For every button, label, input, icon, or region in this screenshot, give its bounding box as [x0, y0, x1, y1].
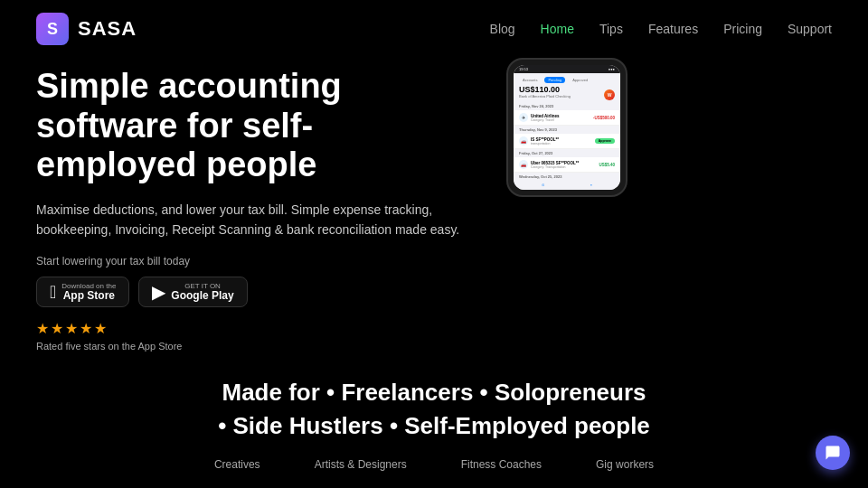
tx2-icon: 🚗 [519, 136, 528, 145]
google-bottom: Google Play [171, 290, 233, 301]
phone-date-4: Wednesday, Oct 25, 2023 [514, 173, 620, 181]
phone-mockup: 19:53 ●●● Accounts Pending Approved US$1… [506, 58, 633, 197]
phone-date-1: Friday, Nov 24, 2023 [514, 102, 620, 110]
tx1-icon: ✈ [519, 113, 528, 122]
tab-approved[interactable]: Approved [569, 77, 591, 83]
phone-screen: 19:53 ●●● Accounts Pending Approved US$1… [514, 65, 620, 190]
nav-item-support[interactable]: Support [788, 21, 832, 37]
made-for-line2: • Side Hustlers • Self-Employed people [36, 412, 832, 440]
stars: ★ ★ ★ ★ ★ [36, 320, 470, 337]
nav-item-blog[interactable]: Blog [490, 21, 515, 37]
cat-creatives: Creatives [214, 458, 260, 471]
nav-item-tips[interactable]: Tips [599, 21, 623, 37]
apple-icon:  [50, 283, 56, 301]
phone-bank: Bank of America Plaid Checking [519, 94, 615, 99]
phone-avatar: W [604, 89, 615, 100]
logo-icon: S [36, 13, 69, 45]
phone-date-2: Thursday, Nov 9, 2023 [514, 126, 620, 134]
phone-date-3: Friday, Oct 27, 2023 [514, 149, 620, 157]
phone-bottom-bar: ⊙ ≡ [514, 181, 620, 190]
nav-item-features[interactable]: Features [648, 21, 698, 37]
tx1-amount: -US$500.00 [593, 116, 615, 120]
tab-pending[interactable]: Pending [544, 77, 565, 83]
cat-fitness: Fitness Coaches [461, 458, 542, 471]
hero-section: Simple accounting software for self-empl… [0, 58, 868, 352]
tab-accounts[interactable]: Accounts [519, 77, 541, 83]
made-for-line1: Made for • Freelancers • Solopreneurs [36, 379, 832, 407]
phone-status-bar: 19:53 ●●● [514, 65, 620, 73]
tx3-amount: US$5.40 [599, 163, 615, 167]
hero-subtitle: Maximise deductions, and lower your tax … [36, 200, 470, 240]
logo[interactable]: S SASA [36, 13, 137, 45]
approve-button[interactable]: Approve [595, 138, 615, 144]
chat-button[interactable] [816, 436, 850, 470]
phone-tabs: Accounts Pending Approved [519, 77, 615, 83]
chat-icon [825, 445, 841, 461]
app-store-button[interactable]:  Download on the App Store [36, 277, 129, 307]
hero-title: Simple accounting software for self-empl… [36, 67, 470, 185]
start-label: Start lowering your tax bill today [36, 255, 470, 267]
tx1-cat: Category: Travel [531, 118, 590, 122]
phone-time: 19:53 [519, 67, 528, 71]
navbar: S SASA Blog Home Tips Features Pricing S… [0, 0, 868, 58]
phone-nav-home[interactable]: ⊙ [542, 183, 544, 187]
store-buttons:  Download on the App Store ▶ GET IT ON … [36, 277, 470, 307]
tx3-icon: 🚗 [519, 160, 528, 169]
bottom-section: Made for • Freelancers • Solopreneurs • … [0, 379, 868, 480]
nav-item-home[interactable]: Home [541, 21, 574, 37]
phone-tx-1: ✈ United Airlines Category: Travel -US$5… [514, 110, 620, 126]
tx2-cat: transportation [531, 142, 592, 145]
hero-left: Simple accounting software for self-empl… [36, 67, 470, 352]
cat-gig: Gig workers [596, 458, 654, 471]
cat-artists: Artists & Designers [315, 458, 407, 471]
phone-tx-2: 🚗 IS SF**POOL** transportation Approve [514, 134, 620, 149]
phone-outer: 19:53 ●●● Accounts Pending Approved US$1… [506, 58, 627, 197]
phone-balance: US$110.00 [519, 85, 615, 94]
phone-header: Accounts Pending Approved US$110.00 Bank… [514, 73, 620, 102]
app-store-bottom: App Store [61, 290, 116, 301]
tx3-cat: Category: Transportation [531, 165, 596, 169]
categories: Creatives Artists & Designers Fitness Co… [36, 458, 832, 480]
nav-item-pricing[interactable]: Pricing [723, 21, 762, 37]
google-play-button[interactable]: ▶ GET IT ON Google Play [138, 277, 247, 307]
google-play-icon: ▶ [152, 283, 165, 301]
brand-name: SASA [78, 17, 137, 41]
phone-nav-list[interactable]: ≡ [590, 183, 592, 187]
rating-text: Rated five stars on the App Store [36, 341, 470, 352]
phone-tx-3: 🚗 Uber 065315 SF**POOL** Category: Trans… [514, 157, 620, 173]
nav-links: Blog Home Tips Features Pricing Support [490, 21, 832, 37]
